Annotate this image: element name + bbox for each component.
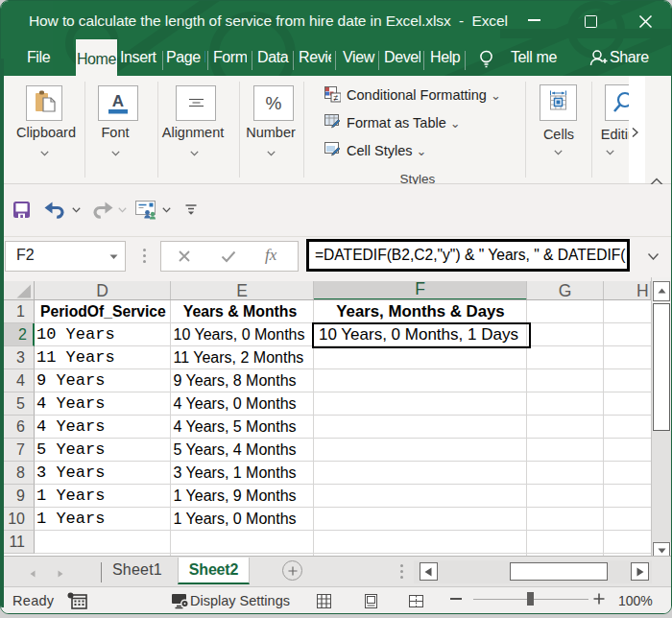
- svg-text:≠: ≠: [334, 93, 339, 103]
- svg-text:%: %: [266, 93, 282, 113]
- svg-text:A: A: [112, 92, 124, 110]
